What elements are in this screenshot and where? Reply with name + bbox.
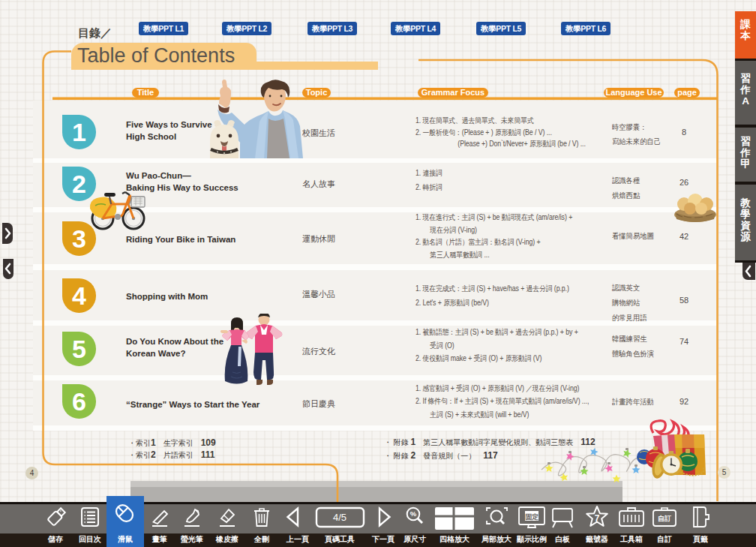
svg-text:自訂: 自訂 — [658, 515, 671, 522]
svg-text:4/5: 4/5 — [333, 512, 346, 523]
svg-text:固定: 固定 — [525, 513, 538, 521]
svg-text:%: % — [410, 509, 417, 518]
svg-text:7: 7 — [595, 513, 600, 524]
